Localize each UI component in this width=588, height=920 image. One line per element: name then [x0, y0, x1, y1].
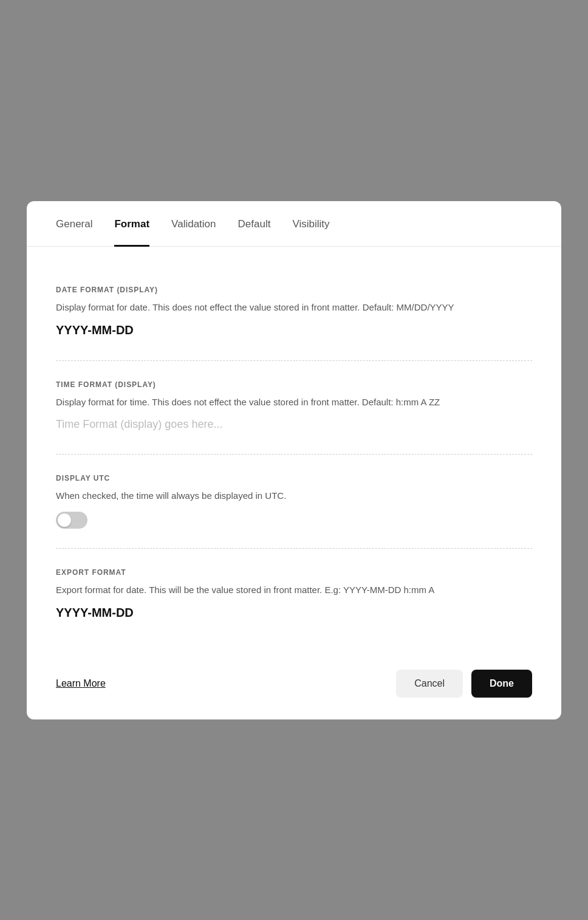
modal-overlay: General Format Validation Default Visibi…	[0, 0, 588, 920]
tab-bar: General Format Validation Default Visibi…	[27, 201, 561, 247]
time-format-description: Display format for time. This does not e…	[56, 395, 532, 410]
time-format-section: TIME FORMAT (DISPLAY) Display format for…	[56, 380, 532, 455]
date-format-label: DATE FORMAT (DISPLAY)	[56, 286, 532, 294]
modal-content: DATE FORMAT (DISPLAY) Display format for…	[27, 247, 561, 648]
export-format-description: Export format for date. This will be the…	[56, 583, 532, 597]
modal-footer: Learn More Cancel Done	[27, 653, 561, 719]
export-format-label: EXPORT FORMAT	[56, 568, 532, 577]
tab-validation[interactable]: Validation	[171, 201, 216, 247]
done-button[interactable]: Done	[471, 670, 532, 698]
footer-actions: Cancel Done	[396, 670, 532, 698]
date-format-value[interactable]: YYYY-MM-DD	[56, 323, 532, 337]
display-utc-label: DISPLAY UTC	[56, 474, 532, 482]
display-utc-toggle[interactable]	[56, 512, 87, 529]
modal: General Format Validation Default Visibi…	[27, 201, 561, 719]
tab-general[interactable]: General	[56, 201, 92, 247]
time-format-label: TIME FORMAT (DISPLAY)	[56, 380, 532, 389]
toggle-container	[56, 512, 532, 529]
learn-more-button[interactable]: Learn More	[56, 678, 106, 689]
display-utc-section: DISPLAY UTC When checked, the time will …	[56, 474, 532, 549]
tab-format[interactable]: Format	[114, 201, 149, 247]
tab-visibility[interactable]: Visibility	[292, 201, 329, 247]
toggle-knob	[58, 513, 71, 527]
display-utc-description: When checked, the time will always be di…	[56, 489, 532, 503]
export-format-value[interactable]: YYYY-MM-DD	[56, 606, 532, 620]
cancel-button[interactable]: Cancel	[396, 670, 463, 698]
date-format-section: DATE FORMAT (DISPLAY) Display format for…	[56, 286, 532, 361]
date-format-description: Display format for date. This does not e…	[56, 300, 532, 315]
export-format-section: EXPORT FORMAT Export format for date. Th…	[56, 568, 532, 643]
tab-default[interactable]: Default	[238, 201, 271, 247]
time-format-input[interactable]: Time Format (display) goes here...	[56, 418, 532, 431]
